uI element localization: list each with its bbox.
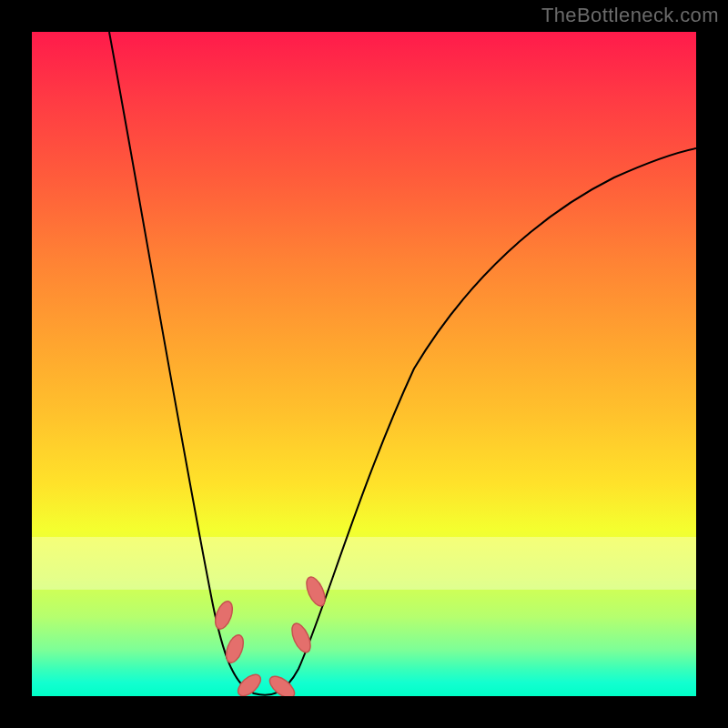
curve-marker: [223, 632, 247, 665]
page-frame: TheBottleneck.com: [0, 0, 728, 728]
curve-marker: [212, 599, 236, 632]
curve-marker: [234, 671, 264, 696]
watermark-text: TheBottleneck.com: [541, 4, 719, 27]
bottleneck-curve: [109, 32, 696, 695]
curve-marker: [303, 574, 329, 609]
plot-area: [32, 32, 696, 696]
chart-overlay: [32, 32, 696, 696]
